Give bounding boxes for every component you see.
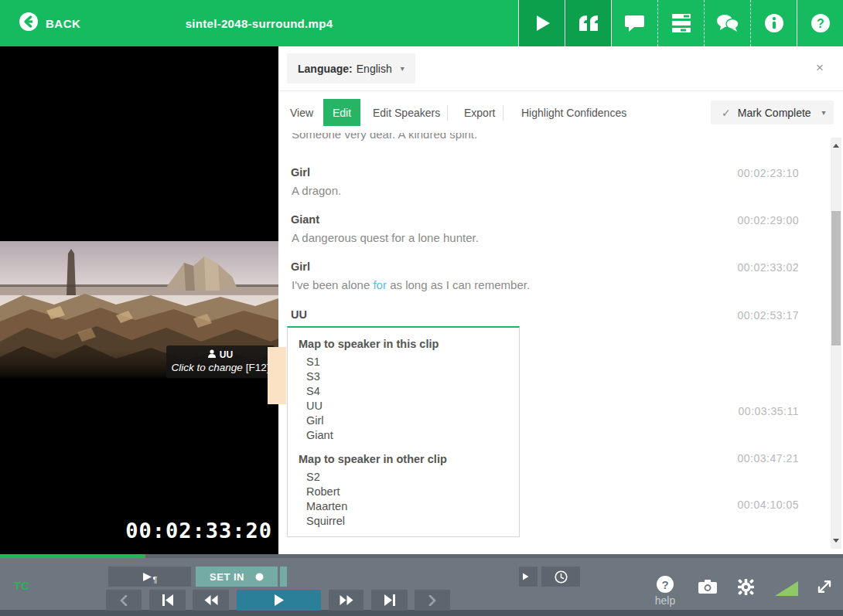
- skip-end-icon: [384, 594, 396, 606]
- quote-mode-button[interactable]: [565, 0, 611, 46]
- subtitle-text[interactable]: I've been alone for as long as I can rem…: [292, 278, 530, 291]
- transcript-list-icon: [671, 14, 691, 32]
- skip-to-start-button[interactable]: [149, 590, 186, 611]
- chevron-right-icon: [428, 595, 436, 606]
- gear-icon[interactable]: [738, 579, 754, 598]
- play-icon: [274, 594, 284, 606]
- subtitle-timestamp: 00:04:10:05: [738, 499, 799, 511]
- info-button[interactable]: [750, 0, 797, 46]
- skip-start-icon: [162, 594, 174, 606]
- skip-to-end-button[interactable]: [371, 590, 408, 611]
- info-icon: [764, 13, 784, 33]
- help-label: help: [645, 594, 685, 607]
- tab-separator: [447, 105, 448, 121]
- set-out-button[interactable]: [280, 567, 287, 587]
- subtitle-timestamp: 00:03:47:21: [738, 452, 799, 465]
- language-label: Language:: [298, 63, 353, 75]
- help-icon[interactable]: ?: [657, 576, 674, 593]
- play-mode-button[interactable]: [518, 0, 565, 46]
- clock-icon: [555, 570, 568, 584]
- tooltip-hotkey: [F12]: [246, 362, 270, 373]
- video-title: sintel-2048-surround.mp4: [0, 0, 518, 46]
- subtitle-text-partial[interactable]: Someone very dear. A kindred spirit.: [292, 133, 477, 141]
- dropdown-section-header: Map to speaker in this clip: [299, 338, 519, 350]
- close-panel-button[interactable]: ×: [812, 60, 828, 76]
- mark-complete-dropdown-button[interactable]: ▾: [814, 100, 834, 124]
- scrollbar-up-arrow-icon[interactable]: [833, 144, 839, 148]
- speaker-option[interactable]: Girl: [306, 414, 519, 428]
- comment-button[interactable]: [611, 0, 657, 46]
- check-icon: ✓: [722, 107, 731, 119]
- tab-highlight-confidences[interactable]: Highlight Confidences: [512, 99, 636, 126]
- tab-view[interactable]: View: [281, 99, 323, 126]
- app-window: BACK sintel-2048-surround.mp4 ?: [0, 0, 843, 616]
- subtitle-text[interactable]: A dangerous quest for a lone hunter.: [292, 231, 479, 244]
- step-forward-button[interactable]: [415, 590, 450, 611]
- tooltip-speaker: UU: [220, 349, 233, 360]
- speaker-name[interactable]: Girl: [291, 260, 310, 273]
- language-value: English: [357, 63, 392, 75]
- partially-hidden-button[interactable]: [519, 567, 538, 587]
- video-player-pane[interactable]: UU Click to change [F12] 00:02:33:20: [0, 46, 278, 616]
- quote-icon: [578, 15, 599, 32]
- play-button[interactable]: [237, 590, 321, 611]
- speaker-option[interactable]: Squirrel: [306, 514, 519, 529]
- speaker-option[interactable]: Maarten: [306, 499, 519, 514]
- speaker-name[interactable]: Giant: [291, 213, 319, 226]
- speaker-tooltip[interactable]: UU Click to change [F12]: [166, 345, 275, 378]
- help-icon: ?: [811, 13, 831, 33]
- subtitle-text[interactable]: A dragon.: [292, 184, 341, 197]
- speaker-map-dropdown: Map to speaker in this clip S1 S3 S4 UU …: [287, 326, 520, 537]
- speaker-option[interactable]: S2: [306, 470, 519, 485]
- tab-separator: [503, 105, 503, 121]
- play-to-paragraph-icon: [142, 572, 152, 582]
- play-to-paragraph-button[interactable]: ¶: [108, 567, 191, 587]
- scrollbar-thumb[interactable]: [831, 211, 841, 345]
- divider: [278, 90, 843, 91]
- toolbar-bottom-strip: [0, 610, 843, 616]
- set-in-button[interactable]: SET IN: [196, 567, 278, 587]
- tab-edit-speakers[interactable]: Edit Speakers: [363, 99, 449, 126]
- chevron-down-icon: ▾: [401, 64, 404, 73]
- fast-forward-button[interactable]: [329, 590, 363, 611]
- volume-icon[interactable]: [775, 581, 798, 596]
- transcript-list-button[interactable]: [657, 0, 704, 46]
- chat-icon: [624, 15, 645, 32]
- language-selector[interactable]: Language: English ▾: [287, 53, 415, 83]
- rewind-icon: [204, 595, 218, 605]
- fast-forward-icon: [340, 595, 353, 605]
- video-progress-bar[interactable]: [0, 554, 145, 558]
- scrollbar-down-arrow-icon[interactable]: [833, 539, 839, 543]
- record-dot-icon: [255, 573, 264, 581]
- playback-toolbar: TC ¶ SET IN: [0, 554, 843, 616]
- speaker-option[interactable]: S3: [306, 369, 519, 384]
- tab-edit[interactable]: Edit: [323, 99, 360, 126]
- speaker-option[interactable]: S4: [306, 384, 519, 399]
- low-confidence-word[interactable]: for: [373, 278, 387, 291]
- subtitle-timestamp: 00:02:29:00: [738, 214, 799, 226]
- camera-icon[interactable]: [698, 580, 717, 597]
- timecode-mode-label: TC: [14, 579, 29, 592]
- tab-export[interactable]: Export: [455, 99, 504, 126]
- clock-button[interactable]: [541, 567, 580, 587]
- svg-text:?: ?: [817, 17, 824, 30]
- speaker-option[interactable]: Robert: [306, 485, 519, 499]
- rewind-button[interactable]: [193, 590, 229, 611]
- person-icon: [208, 349, 216, 360]
- help-button[interactable]: ?: [797, 0, 843, 46]
- top-header-bar: BACK sintel-2048-surround.mp4 ?: [0, 0, 843, 46]
- speaker-option[interactable]: S1: [306, 355, 519, 369]
- speaker-name[interactable]: UU: [291, 308, 307, 321]
- conversation-button[interactable]: [704, 0, 750, 46]
- fullscreen-icon[interactable]: [817, 579, 832, 597]
- speaker-option[interactable]: Giant: [306, 428, 519, 443]
- video-timecode: 00:02:33:20: [0, 519, 272, 543]
- video-progress-track[interactable]: [145, 554, 843, 558]
- chevron-down-icon: ▾: [821, 108, 825, 117]
- mark-complete-button[interactable]: ✓ Mark Complete: [711, 100, 822, 124]
- chevron-left-icon: [120, 595, 128, 606]
- speaker-option[interactable]: UU: [306, 399, 519, 414]
- step-back-button[interactable]: [106, 590, 142, 611]
- play-icon: [522, 570, 529, 584]
- speaker-name[interactable]: Girl: [291, 166, 310, 179]
